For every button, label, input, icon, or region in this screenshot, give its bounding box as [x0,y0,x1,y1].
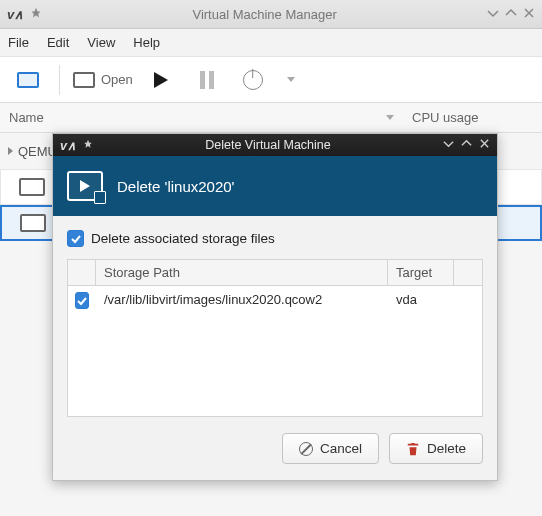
menubar: File Edit View Help [0,29,542,57]
sort-chevron-icon[interactable] [386,115,394,120]
app-icon: v∧ [7,7,24,22]
delete-dialog: v∧ Delete Virtual Machine Delete 'linux2… [52,133,498,481]
monitor-icon [73,72,95,88]
table-row[interactable]: /var/lib/libvirt/images/linux2020.qcow2 … [68,286,482,315]
maximize-icon[interactable] [505,7,517,22]
storage-table: Storage Path Target /var/lib/libvirt/ima… [67,259,483,417]
header-select [68,260,96,285]
menu-edit[interactable]: Edit [47,35,69,50]
pin-icon[interactable] [30,7,42,22]
row-target: vda [388,286,454,315]
dialog-max-icon[interactable] [461,138,472,152]
menu-help[interactable]: Help [133,35,160,50]
row-path: /var/lib/libvirt/images/linux2020.qcow2 [96,286,388,315]
main-titlebar: v∧ Virtual Machine Manager [0,0,542,29]
window-title: Virtual Machine Manager [192,7,336,22]
dialog-close-icon[interactable] [479,138,490,152]
delete-label: Delete [427,441,466,456]
header-target[interactable]: Target [388,260,454,285]
expand-icon[interactable] [8,147,13,155]
header-path[interactable]: Storage Path [96,260,388,285]
new-vm-button[interactable] [10,62,46,98]
play-button[interactable] [143,62,179,98]
cancel-button[interactable]: Cancel [282,433,379,464]
delete-button[interactable]: Delete [389,433,483,464]
dialog-titlebar: v∧ Delete Virtual Machine [53,134,497,156]
open-button[interactable]: Open [73,72,133,88]
vm-list-header: Name CPU usage [0,103,542,133]
minimize-icon[interactable] [487,7,499,22]
menu-file[interactable]: File [8,35,29,50]
header-cpu[interactable]: CPU usage [412,110,542,125]
trash-icon [406,442,420,456]
vm-delete-icon [67,171,103,201]
delete-storage-label: Delete associated storage files [91,231,275,246]
dialog-banner: Delete 'linux2020' [53,156,497,216]
power-button[interactable] [235,62,271,98]
header-spacer [454,260,482,285]
delete-storage-checkbox[interactable] [67,230,84,247]
pin-icon[interactable] [83,138,93,152]
dialog-min-icon[interactable] [443,138,454,152]
menu-view[interactable]: View [87,35,115,50]
header-name[interactable]: Name [0,110,386,125]
toolbar: Open [0,57,542,103]
row-checkbox[interactable] [75,292,89,309]
banner-text: Delete 'linux2020' [117,178,234,195]
separator [59,65,60,95]
chevron-down-icon[interactable] [287,77,295,82]
cancel-icon [299,442,313,456]
open-label: Open [101,72,133,87]
cancel-label: Cancel [320,441,362,456]
dialog-app-icon: v∧ [60,138,76,153]
pause-button[interactable] [189,62,225,98]
close-icon[interactable] [523,7,535,22]
dialog-title: Delete Virtual Machine [205,138,331,152]
